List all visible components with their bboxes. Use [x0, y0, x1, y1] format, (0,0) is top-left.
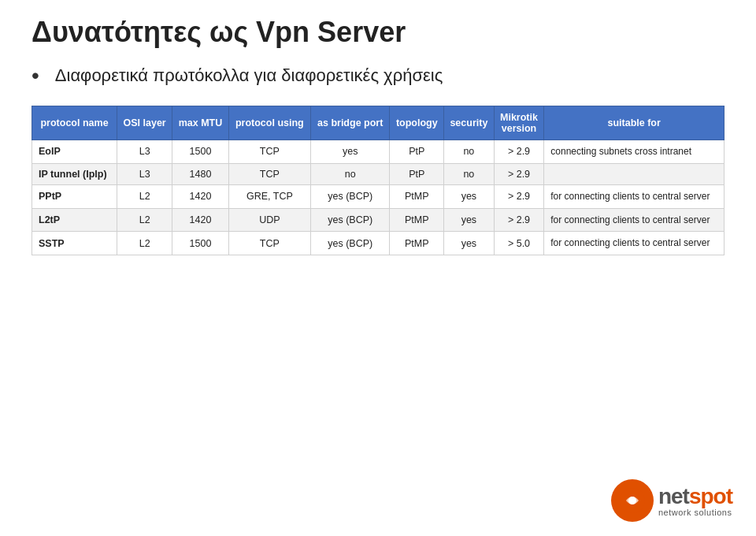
table-cell: > 5.0 — [494, 232, 544, 255]
table-cell: GRE, TCP — [228, 184, 310, 208]
col-mikrotik-version: Mikrotikversion — [494, 106, 544, 140]
page-title: Δυνατότητες ως Vpn Server — [32, 16, 724, 49]
col-protocol-using: protocol using — [228, 106, 310, 140]
table-cell: yes — [444, 184, 495, 208]
page: Δυνατότητες ως Vpn Server • Διαφορετικά … — [0, 0, 756, 271]
table-row: SSTPL21500TCPyes (BCP)PtMPyes> 5.0for co… — [32, 232, 724, 255]
table-cell: > 2.9 — [494, 140, 544, 164]
col-max-mtu: max MTU — [172, 106, 229, 140]
table-cell: > 2.9 — [494, 184, 544, 208]
table-cell: L3 — [117, 163, 172, 184]
table-cell: TCP — [228, 232, 310, 255]
table-cell: for connecting clients to central server — [544, 208, 724, 232]
logo-spot: spot — [689, 484, 732, 508]
table-cell: L2 — [117, 208, 172, 232]
table-cell: 1480 — [172, 163, 229, 184]
subtitle-text: Διαφορετικά πρωτόκολλα για διαφορετικές … — [55, 65, 443, 86]
svg-point-1 — [628, 497, 636, 504]
table-cell: TCP — [228, 163, 310, 184]
logo-text: netspot — [658, 484, 732, 509]
col-bridge-port: as bridge port — [310, 106, 390, 140]
table-cell: yes — [444, 208, 495, 232]
table-cell: EoIP — [32, 140, 117, 164]
table-cell — [544, 163, 724, 184]
table-cell: yes (BCP) — [310, 184, 390, 208]
table-cell: PPtP — [32, 184, 117, 208]
col-topology: topology — [390, 106, 444, 140]
table-cell: IP tunnel (Iplp) — [32, 163, 117, 184]
table-cell: 1420 — [172, 184, 229, 208]
table-cell: L2 — [117, 232, 172, 255]
table-cell: UDP — [228, 208, 310, 232]
table-cell: 1420 — [172, 208, 229, 232]
table-row: L2tPL21420UDPyes (BCP)PtMPyes> 2.9for co… — [32, 208, 724, 232]
logo-area: netspot network solutions — [611, 479, 732, 522]
table-cell: PtMP — [390, 232, 444, 255]
table-header-row: protocol name OSI layer max MTU protocol… — [32, 106, 724, 140]
logo-sub: network solutions — [658, 508, 732, 517]
table-cell: PtP — [390, 140, 444, 164]
table-cell: 1500 — [172, 232, 229, 255]
logo-wrapper: netspot network solutions — [611, 479, 732, 522]
table-cell: > 2.9 — [494, 208, 544, 232]
vpn-table: protocol name OSI layer max MTU protocol… — [32, 106, 724, 255]
table-cell: for connecting clients to central server — [544, 184, 724, 208]
table-cell: L3 — [117, 140, 172, 164]
table-cell: yes — [444, 232, 495, 255]
table-cell: SSTP — [32, 232, 117, 255]
table-cell: PtMP — [390, 208, 444, 232]
col-osi-layer: OSI layer — [117, 106, 172, 140]
logo-icon — [618, 486, 647, 515]
table-cell: yes (BCP) — [310, 232, 390, 255]
table-row: EoIPL31500TCPyesPtPno> 2.9connecting sub… — [32, 140, 724, 164]
logo-circle — [611, 479, 654, 522]
subtitle: • Διαφορετικά πρωτόκολλα για διαφορετικέ… — [32, 63, 724, 88]
table-cell: > 2.9 — [494, 163, 544, 184]
bullet-icon: • — [32, 63, 39, 88]
table-cell: connecting subnets cross intranet — [544, 140, 724, 164]
table-row: PPtPL21420GRE, TCPyes (BCP)PtMPyes> 2.9f… — [32, 184, 724, 208]
table-cell: PtMP — [390, 184, 444, 208]
table-cell: TCP — [228, 140, 310, 164]
table-cell: no — [444, 140, 495, 164]
table-cell: no — [310, 163, 390, 184]
table-cell: 1500 — [172, 140, 229, 164]
col-suitable-for: suitable for — [544, 106, 724, 140]
table-cell: no — [444, 163, 495, 184]
logo-net: net — [658, 484, 689, 508]
col-protocol-name: protocol name — [32, 106, 117, 140]
col-security: security — [444, 106, 495, 140]
table-cell: yes — [310, 140, 390, 164]
table-cell: L2tP — [32, 208, 117, 232]
logo-inner: netspot network solutions — [658, 484, 732, 517]
table-cell: L2 — [117, 184, 172, 208]
table-cell: for connecting clients to central server — [544, 232, 724, 255]
table-cell: yes (BCP) — [310, 208, 390, 232]
table-row: IP tunnel (Iplp)L31480TCPnoPtPno> 2.9 — [32, 163, 724, 184]
table-cell: PtP — [390, 163, 444, 184]
